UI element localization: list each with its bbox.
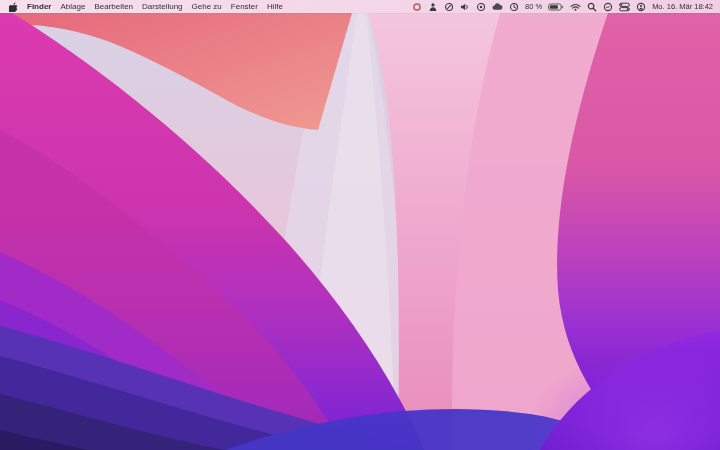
battery-icon[interactable] (548, 2, 564, 12)
siri-icon[interactable] (603, 2, 613, 12)
menu-bar-left: Finder Ablage Bearbeiten Darstellung Geh… (0, 0, 283, 13)
spotlight-icon[interactable] (587, 2, 597, 12)
menu-bar: Finder Ablage Bearbeiten Darstellung Geh… (0, 0, 720, 13)
menu-fenster[interactable]: Fenster (231, 0, 258, 13)
menu-bar-clock[interactable]: Mo. 16. Mär 18:42 (652, 2, 713, 11)
battery-percent: 80 % (525, 2, 542, 11)
menu-bearbeiten[interactable]: Bearbeiten (94, 0, 133, 13)
menu-finder[interactable]: Finder (27, 0, 51, 13)
user-circle-icon[interactable] (636, 2, 646, 12)
clock-sync-icon[interactable] (509, 2, 519, 12)
menu-hilfe[interactable]: Hilfe (267, 0, 283, 13)
pen-circle-icon[interactable] (444, 2, 454, 12)
apple-menu-icon[interactable] (9, 2, 18, 12)
cloud-icon[interactable] (492, 2, 503, 12)
menu-darstellung[interactable]: Darstellung (142, 0, 182, 13)
control-center-icon[interactable] (619, 2, 630, 12)
menu-ablage[interactable]: Ablage (60, 0, 85, 13)
menu-bar-status-area: 80 % (412, 2, 720, 12)
volume-icon[interactable] (460, 2, 470, 12)
wifi-icon[interactable] (570, 2, 581, 12)
sharing-person-icon[interactable] (428, 2, 438, 12)
camera-circle-icon[interactable] (476, 2, 486, 12)
app-ring-icon[interactable] (412, 2, 422, 12)
menu-gehe-zu[interactable]: Gehe zu (192, 0, 222, 13)
desktop-wallpaper (0, 0, 720, 450)
